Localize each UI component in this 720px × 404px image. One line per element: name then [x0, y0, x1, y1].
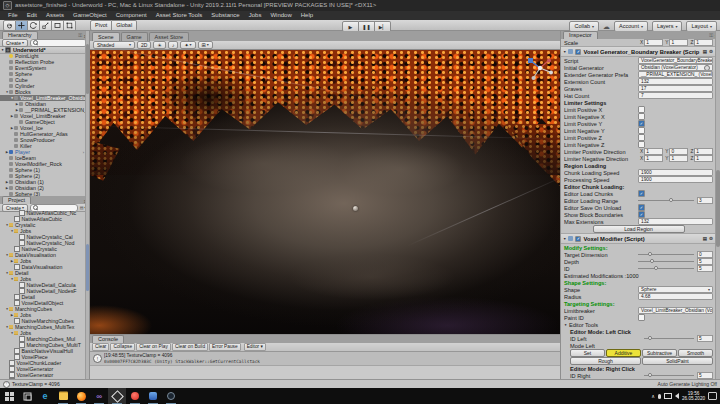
component-header-voxel-modifier-script[interactable]: ▼✓Voxel Modifier (Script)▤⚙ — [561, 233, 715, 244]
menu-asset-store-tools[interactable]: Asset Store Tools — [152, 11, 207, 20]
subtractive-button[interactable]: Subtractive — [642, 349, 677, 357]
processing-speed-field[interactable]: 1900 — [638, 176, 713, 183]
mic-icon[interactable] — [658, 394, 661, 399]
limiter-negative-direction-z-field[interactable]: 1 — [694, 155, 713, 162]
console-collapse-button[interactable]: Collapse — [110, 343, 135, 351]
id-right-value[interactable]: 5 — [697, 372, 713, 379]
audio-icon[interactable]: ♪ — [168, 41, 179, 49]
gear-icon[interactable]: ⚙ — [709, 236, 713, 241]
taskbar-unity-icon[interactable] — [108, 388, 126, 404]
depth-slider[interactable] — [638, 258, 694, 265]
show-block-boundaries-checkbox[interactable]: ✓ — [638, 211, 645, 218]
notification-icon[interactable] — [708, 392, 717, 400]
tab-inspector[interactable]: Inspector — [563, 31, 598, 39]
script-field[interactable]: VoxelGenerator_BoundaryBreaker — [638, 57, 713, 64]
draw-mode-dropdown[interactable]: Shaded▾ — [93, 41, 135, 49]
console-clear-on-build-button[interactable]: Clear on Build — [172, 343, 208, 351]
editor-loading-range-value[interactable]: 3 — [697, 197, 713, 204]
taskbar-clock[interactable]: 19:5626.05.2020 — [682, 391, 705, 401]
chunk-loading-speed-field[interactable]: 1900 — [638, 169, 713, 176]
effects-icon[interactable]: ✦▾ — [180, 41, 195, 49]
tab-hierarchy[interactable]: Hierarchy — [2, 31, 38, 39]
taskbar-visual-studio-icon[interactable]: ∞ — [90, 388, 108, 404]
id-left-value[interactable]: 5 — [697, 335, 713, 342]
taskbar-edge-icon[interactable]: e — [36, 388, 54, 404]
hierarchy-create-button[interactable]: Create▾ — [2, 39, 28, 47]
inspector-scrollbar[interactable] — [715, 31, 720, 379]
console-log-entry[interactable]: ! [19:48:55] TextureClamp = 4096 0x00007… — [90, 352, 560, 366]
limiter-positive-direction-z-field[interactable]: 1 — [694, 148, 713, 155]
transform-tool[interactable] — [64, 20, 76, 31]
unity-statusbar[interactable]: ! TextureClamp = 4096 Auto Generate Ligh… — [0, 379, 720, 388]
limit-negative-x-checkbox[interactable] — [638, 113, 645, 120]
console-editor-dropdown[interactable]: Editor ▾ — [244, 343, 266, 351]
limiter-positive-direction-y-field[interactable]: 0 — [669, 148, 688, 155]
id-slider[interactable] — [638, 265, 694, 272]
console-clear-button[interactable]: Clear — [92, 343, 109, 351]
target-dimension-value[interactable]: 0 — [697, 251, 713, 258]
smooth-button[interactable]: Smooth — [678, 349, 713, 357]
menu-substance[interactable]: Substance — [207, 11, 243, 20]
taskbar-red-app-icon[interactable] — [126, 388, 144, 404]
editor-load-chunks-checkbox[interactable]: ✓ — [638, 190, 645, 197]
radius-field[interactable]: 4.68 — [638, 293, 713, 300]
rect-tool[interactable] — [52, 20, 64, 31]
id-left-slider[interactable] — [644, 335, 694, 342]
tab-asset-store[interactable]: Asset Store — [149, 32, 189, 41]
lighting-icon[interactable]: ☀ — [153, 41, 165, 49]
menu-jobs[interactable]: Jobs — [245, 11, 266, 20]
hierarchy-scrollbar[interactable] — [85, 31, 89, 196]
scale-z-field[interactable]: 1 — [694, 39, 713, 46]
depth-value[interactable]: 5 — [697, 258, 713, 265]
project-scrollbar[interactable] — [85, 196, 89, 379]
lock-icon[interactable]: ⚿ — [709, 32, 713, 39]
editor-loading-range-slider[interactable] — [638, 197, 694, 204]
foldout-icon[interactable]: ▼ — [563, 237, 566, 241]
id-value[interactable]: 5 — [697, 265, 713, 272]
id-right-slider[interactable] — [644, 372, 694, 379]
initial-generator-field[interactable]: Obsidian (VoxelGenerator) — [638, 64, 713, 71]
rough-button[interactable]: Rough — [570, 357, 641, 365]
limiter-negative-direction-x-field[interactable]: 1 — [644, 155, 663, 162]
scale-x-field[interactable]: 1 — [644, 39, 663, 46]
console-clear-on-play-button[interactable]: Clear on Play — [136, 343, 171, 351]
target-dimension-slider[interactable] — [638, 251, 694, 258]
tab-project[interactable]: Project — [2, 196, 31, 204]
scene-viewport[interactable] — [90, 50, 560, 334]
limiter-positive-direction-x-field[interactable]: 1 — [644, 148, 663, 155]
foldout-icon[interactable]: ▼ — [563, 50, 566, 54]
hierarchy-search-input[interactable] — [30, 39, 87, 47]
scale-tool[interactable] — [40, 20, 52, 31]
rotate-tool[interactable] — [28, 20, 40, 31]
component-enabled-checkbox[interactable]: ✓ — [575, 236, 581, 242]
limit-negative-y-checkbox[interactable] — [638, 127, 645, 134]
hand-tool[interactable] — [3, 20, 16, 31]
tab-console[interactable]: Console — [92, 335, 124, 343]
taskbar-firefox-icon[interactable] — [72, 388, 90, 404]
taskbar-blue-app-icon[interactable] — [144, 388, 162, 404]
extender-generator-prefa-field[interactable]: __PRIMAL_EXTENSION_ (VoxelGer — [638, 71, 713, 78]
move-tool[interactable] — [16, 20, 28, 31]
tab-game[interactable]: Game — [121, 32, 148, 41]
object-picker-icon[interactable] — [704, 65, 710, 71]
taskbar-task-view-icon[interactable] — [18, 388, 36, 404]
reference-icon[interactable]: ▤ — [703, 49, 707, 54]
global-toggle[interactable]: Global — [112, 20, 137, 31]
taskbar-start-icon[interactable] — [0, 388, 18, 404]
extension-count-field[interactable]: 132 — [638, 78, 713, 85]
limit-negative-z-checkbox[interactable] — [638, 141, 645, 148]
reference-icon[interactable]: ▤ — [703, 236, 707, 241]
taskbar-explorer-icon[interactable] — [54, 388, 72, 404]
prefab-arrow-icon[interactable]: › — [83, 150, 84, 155]
lock-icon[interactable]: ⚿ — [78, 32, 82, 39]
set-button[interactable]: Set — [570, 349, 605, 357]
2d-toggle[interactable]: 2D — [137, 41, 151, 49]
tab-scene[interactable]: Scene — [92, 32, 120, 41]
max-extensions-field[interactable]: 132 — [638, 218, 713, 225]
tray-expand-icon[interactable]: ∧ — [651, 393, 655, 399]
display-icon[interactable] — [664, 393, 672, 399]
cloud-icon[interactable]: ☁ — [603, 22, 610, 31]
menu-help[interactable]: Help — [297, 11, 317, 20]
menu-window[interactable]: Window — [266, 11, 295, 20]
additive-button[interactable]: Additive — [606, 349, 641, 357]
